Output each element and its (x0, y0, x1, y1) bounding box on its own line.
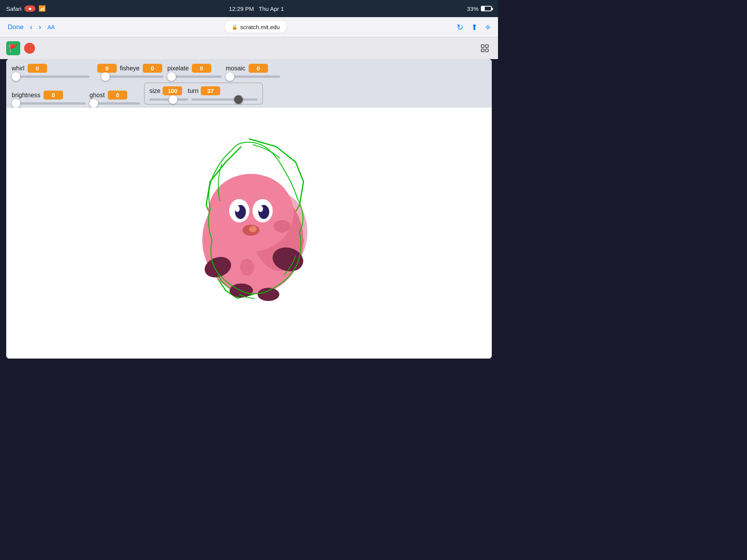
pixelate-value[interactable]: 0 (192, 64, 211, 73)
svg-rect-3 (486, 49, 488, 52)
svg-rect-1 (486, 45, 488, 47)
kirby-sprite (175, 127, 323, 322)
url-text: scratch.mit.edu (240, 24, 280, 30)
stage: clone 0 (6, 108, 492, 359)
fisheye-control: 0 fisheye 0 (97, 64, 163, 78)
status-time: 12:29 PM Thu Apr 1 (229, 5, 284, 12)
svg-point-6 (208, 174, 294, 252)
done-button[interactable]: Done (8, 23, 24, 31)
battery-percentage: 33% (467, 5, 479, 12)
pixelate-control: pixelate 0 (167, 64, 222, 78)
fisheye-label: fisheye (120, 65, 140, 72)
lock-icon: 🔒 (231, 24, 238, 30)
forward-button[interactable]: › (39, 23, 41, 32)
whirl-slider[interactable] (12, 75, 89, 78)
size-slider[interactable] (149, 98, 188, 101)
app-name: Safari (6, 5, 21, 12)
pixelate-slider[interactable] (167, 75, 222, 78)
ghost-slider[interactable] (89, 102, 140, 105)
turn-label: turn (188, 88, 198, 94)
text-size-button[interactable]: AA (47, 24, 55, 30)
browser-bar: Done ‹ › AA 🔒 scratch.mit.edu ↻ ⬆ ⎆ (0, 17, 498, 37)
size-control: size 100 (149, 86, 182, 95)
bookmarks-button[interactable]: ⎆ (486, 23, 490, 32)
back-button[interactable]: ‹ (30, 23, 33, 32)
size-label: size (149, 88, 160, 94)
size-value[interactable]: 100 (163, 86, 182, 95)
status-bar: Safari ⏺ 📶 12:29 PM Thu Apr 1 33% (0, 0, 498, 17)
record-indicator: ⏺ (25, 5, 35, 12)
whirl-value[interactable]: 0 (28, 64, 47, 73)
mosaic-value[interactable]: 0 (249, 64, 268, 73)
status-right: 33% (467, 5, 492, 12)
turn-value[interactable]: 37 (201, 86, 220, 95)
controls-panel: whirl 0 0 fisheye 0 pixelate 0 (6, 59, 492, 108)
content-toolbar: 🚩 (0, 37, 498, 59)
size-turn-box: size 100 turn 37 (144, 82, 263, 105)
browser-right[interactable]: ↻ ⬆ ⎆ (457, 23, 490, 32)
svg-point-12 (240, 259, 254, 276)
mosaic-label: mosaic (226, 65, 245, 72)
fisheye-slider[interactable] (101, 75, 163, 78)
fisheye-value2[interactable]: 0 (143, 64, 162, 73)
turn-control: turn 37 (188, 86, 220, 95)
brightness-label: brightness (12, 92, 40, 99)
brightness-slider[interactable] (12, 102, 86, 105)
pixelate-label: pixelate (167, 65, 189, 72)
ghost-value[interactable]: 0 (108, 91, 127, 100)
svg-rect-0 (481, 45, 484, 47)
fullscreen-button[interactable] (478, 41, 492, 55)
turn-slider[interactable] (191, 98, 258, 101)
whirl-control: whirl 0 (12, 64, 89, 78)
brightness-control: brightness 0 (12, 91, 86, 105)
browser-left[interactable]: Done ‹ › AA (8, 23, 55, 32)
ghost-control: ghost 0 (89, 91, 140, 105)
svg-point-11 (274, 220, 291, 233)
stop-button[interactable] (24, 43, 35, 54)
svg-rect-2 (481, 49, 484, 52)
svg-point-18 (258, 206, 263, 212)
svg-point-15 (235, 206, 240, 212)
url-bar[interactable]: 🔒 scratch.mit.edu (225, 21, 286, 33)
reload-button[interactable]: ↻ (457, 23, 463, 32)
svg-point-20 (249, 226, 257, 232)
stage-container: whirl 0 0 fisheye 0 pixelate 0 (6, 59, 492, 359)
fisheye-value[interactable]: 0 (97, 64, 117, 73)
green-flag-button[interactable]: 🚩 (6, 41, 20, 55)
whirl-label: whirl (12, 65, 25, 72)
svg-point-10 (258, 288, 279, 301)
mosaic-slider[interactable] (226, 75, 280, 78)
mosaic-control: mosaic 0 (226, 64, 280, 78)
status-left: Safari ⏺ 📶 (6, 5, 46, 12)
ghost-label: ghost (89, 92, 105, 99)
brightness-value[interactable]: 0 (44, 91, 63, 100)
share-button[interactable]: ⬆ (471, 23, 478, 32)
wifi-icon: 📶 (39, 5, 46, 12)
battery-icon (481, 6, 492, 11)
